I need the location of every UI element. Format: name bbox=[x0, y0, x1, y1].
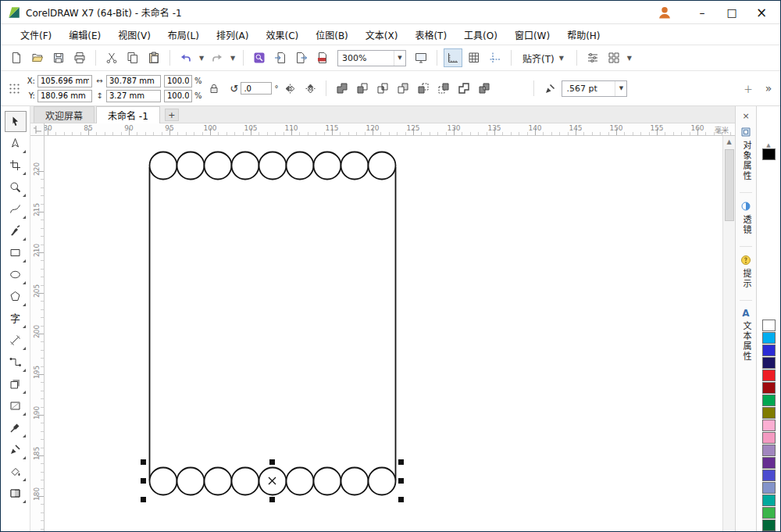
color-swatch[interactable] bbox=[762, 420, 776, 431]
selection-handle[interactable] bbox=[141, 478, 146, 484]
color-swatch[interactable] bbox=[762, 370, 776, 381]
tab-welcome-screen[interactable]: 欢迎屏幕 bbox=[34, 106, 95, 123]
color-swatch[interactable] bbox=[762, 357, 776, 369]
search-content-button[interactable] bbox=[250, 48, 269, 67]
selection-handle[interactable] bbox=[269, 497, 275, 502]
vertical-scrollbar[interactable]: ▲ bbox=[722, 136, 735, 531]
horizontal-ruler[interactable]: 80 85 90 95 100 105 110 115 120 125 130 … bbox=[45, 123, 735, 136]
menu-arrange[interactable]: 排列(A) bbox=[208, 25, 258, 45]
outline-width-select[interactable]: .567 pt ▼ bbox=[562, 80, 627, 97]
menu-effects[interactable]: 效果(C) bbox=[257, 25, 307, 45]
print-button[interactable] bbox=[70, 48, 89, 67]
shape-tool[interactable] bbox=[5, 133, 27, 154]
trim-button[interactable] bbox=[354, 80, 371, 97]
pick-tool[interactable] bbox=[5, 111, 27, 132]
options-button[interactable] bbox=[583, 48, 602, 67]
menu-window[interactable]: 窗口(W) bbox=[506, 25, 558, 45]
undo-button[interactable] bbox=[177, 48, 195, 67]
back-minus-front-button[interactable] bbox=[435, 80, 452, 97]
fill-tool[interactable] bbox=[5, 461, 27, 482]
menu-bitmaps[interactable]: 位图(B) bbox=[307, 25, 357, 45]
color-swatch[interactable] bbox=[762, 395, 776, 406]
docker-tab-lens[interactable]: 透镜 bbox=[740, 192, 752, 240]
snap-to-button[interactable]: 贴齐(T) ▼ bbox=[518, 49, 570, 67]
color-swatch[interactable] bbox=[762, 332, 776, 344]
weld-button[interactable] bbox=[333, 80, 351, 97]
palette-scroll-up-icon[interactable]: ▲ bbox=[766, 142, 770, 148]
parallel-dimension-tool[interactable] bbox=[5, 330, 27, 351]
object-width-input[interactable] bbox=[106, 75, 161, 87]
combine-button[interactable] bbox=[476, 80, 493, 97]
color-eyedropper-tool[interactable] bbox=[5, 417, 27, 438]
copy-button[interactable] bbox=[123, 48, 142, 67]
front-minus-back-button[interactable] bbox=[415, 80, 432, 97]
zoom-tool[interactable] bbox=[5, 177, 27, 198]
color-swatch[interactable] bbox=[762, 457, 776, 469]
color-swatch[interactable] bbox=[762, 320, 776, 331]
user-account-icon[interactable] bbox=[657, 5, 672, 20]
propbar-overflow-button[interactable]: » bbox=[760, 80, 777, 97]
docker-close-button[interactable]: × bbox=[740, 109, 752, 122]
artistic-media-tool[interactable] bbox=[5, 220, 27, 241]
menu-file[interactable]: 文件(F) bbox=[12, 25, 60, 45]
zoom-level-select[interactable]: 300% ▼ bbox=[337, 50, 406, 66]
show-rulers-toggle[interactable] bbox=[444, 48, 462, 67]
scale-horizontal-input[interactable] bbox=[164, 75, 192, 87]
selection-handle[interactable] bbox=[398, 459, 404, 465]
color-swatch[interactable] bbox=[762, 507, 776, 519]
docker-tab-hints[interactable]: 提示 bbox=[740, 246, 752, 294]
export-button[interactable] bbox=[292, 48, 311, 67]
cut-button[interactable] bbox=[102, 48, 121, 67]
y-position-input[interactable] bbox=[37, 90, 92, 102]
rectangle-shape[interactable] bbox=[150, 168, 396, 480]
simplify-button[interactable] bbox=[394, 80, 412, 97]
color-swatch[interactable] bbox=[762, 482, 776, 494]
show-grid-toggle[interactable] bbox=[465, 48, 483, 67]
selection-handle[interactable] bbox=[269, 459, 275, 465]
tab-untitled-document[interactable]: 未命名 -1 bbox=[96, 106, 160, 123]
color-swatch-black[interactable] bbox=[762, 148, 776, 160]
fullscreen-preview-button[interactable] bbox=[412, 48, 430, 67]
vertical-ruler[interactable]: 220 215 210 205 200 195 190 185 180 bbox=[30, 136, 45, 531]
outline-pen-tool[interactable] bbox=[5, 439, 27, 460]
color-swatch[interactable] bbox=[762, 345, 776, 356]
color-swatch[interactable] bbox=[762, 470, 776, 481]
top-scallop-circles[interactable] bbox=[150, 152, 396, 180]
text-tool[interactable]: 字 bbox=[5, 308, 27, 329]
interactive-fill-tool[interactable] bbox=[5, 483, 27, 504]
close-button[interactable]: × bbox=[747, 2, 776, 23]
color-swatch[interactable] bbox=[762, 495, 776, 506]
drawing-canvas[interactable] bbox=[45, 136, 722, 531]
selection-handle[interactable] bbox=[398, 478, 404, 484]
scale-vertical-input[interactable] bbox=[164, 90, 192, 102]
origin-grid-button[interactable] bbox=[5, 80, 23, 97]
ruler-origin-button[interactable] bbox=[30, 123, 45, 136]
minimize-button[interactable]: – bbox=[688, 2, 716, 23]
menu-tools[interactable]: 工具(O) bbox=[455, 25, 506, 45]
maximize-button[interactable]: □ bbox=[718, 2, 746, 23]
object-height-input[interactable] bbox=[106, 90, 161, 102]
new-document-button[interactable] bbox=[7, 48, 26, 67]
menu-edit[interactable]: 编辑(E) bbox=[60, 25, 109, 45]
rectangle-tool[interactable] bbox=[5, 242, 27, 263]
menu-table[interactable]: 表格(T) bbox=[406, 25, 455, 45]
redo-button[interactable] bbox=[208, 48, 226, 67]
freehand-tool[interactable] bbox=[5, 198, 27, 220]
selection-handle[interactable] bbox=[141, 497, 146, 502]
docker-tab-text-properties[interactable]: A 文本属性 bbox=[740, 300, 752, 366]
intersect-button[interactable] bbox=[374, 80, 391, 97]
paste-button[interactable] bbox=[144, 48, 163, 67]
scroll-up-button[interactable]: ▲ bbox=[723, 136, 736, 148]
redo-dropdown-arrow[interactable]: ▼ bbox=[229, 55, 237, 62]
color-swatch[interactable] bbox=[762, 445, 776, 456]
ellipse-tool[interactable] bbox=[5, 264, 27, 285]
import-button[interactable] bbox=[271, 48, 290, 67]
create-boundary-button[interactable] bbox=[455, 80, 473, 97]
mirror-horizontal-button[interactable] bbox=[281, 80, 298, 97]
color-swatch[interactable] bbox=[762, 432, 776, 444]
application-launcher-button[interactable] bbox=[604, 48, 623, 67]
lock-ratio-button[interactable] bbox=[205, 80, 223, 97]
new-document-tab-button[interactable]: + bbox=[165, 109, 179, 121]
selection-handle[interactable] bbox=[398, 497, 404, 502]
publish-pdf-button[interactable] bbox=[313, 48, 332, 67]
